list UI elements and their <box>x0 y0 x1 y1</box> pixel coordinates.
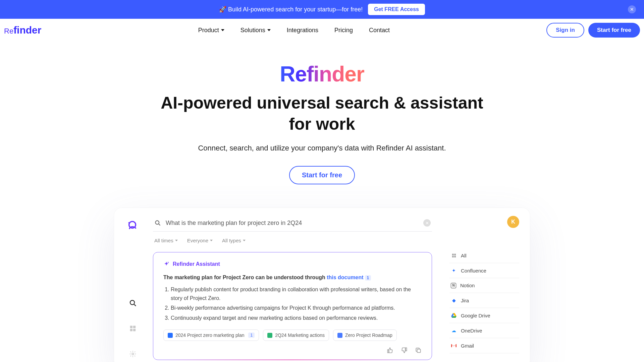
caret-down-icon <box>175 240 178 241</box>
right-column: K All ✦Confluence NNotion ◆Jira Google D… <box>441 216 522 360</box>
svg-line-2 <box>134 304 136 306</box>
banner-cta-button[interactable]: Get FREE Access <box>368 4 425 15</box>
app-preview: ✕ All times Everyone All types Refinder … <box>114 208 530 362</box>
rail-apps-icon[interactable] <box>127 322 139 335</box>
confluence-icon <box>168 333 173 338</box>
svg-rect-6 <box>133 329 136 331</box>
source-label: All <box>461 253 467 258</box>
copy-icon[interactable] <box>415 347 422 354</box>
source-item-jira[interactable]: ◆Jira <box>449 293 519 308</box>
banner-text: 🚀 Build AI-powered search for your start… <box>219 6 363 13</box>
chip-label: 2Q24 Marketing actions <box>275 333 325 338</box>
banner-close-button[interactable]: ✕ <box>628 5 636 13</box>
source-label: Confluence <box>461 268 486 274</box>
start-free-button[interactable]: Start for free <box>588 23 640 38</box>
svg-point-7 <box>132 353 134 355</box>
signin-button[interactable]: Sign in <box>546 23 584 38</box>
reference-chips: 2024 Project zero marketing plan1 2Q24 M… <box>163 329 422 341</box>
filter-time[interactable]: All times <box>154 238 178 243</box>
top-banner: 🚀 Build AI-powered search for your start… <box>0 0 644 19</box>
caret-down-icon <box>210 240 213 241</box>
source-item-notion[interactable]: NNotion <box>449 278 519 293</box>
filter-people[interactable]: Everyone <box>187 238 213 243</box>
nav-item-product[interactable]: Product <box>198 27 224 34</box>
reference-chip[interactable]: 2024 Project zero marketing plan1 <box>163 329 259 341</box>
hero-brand: Refinder <box>280 62 364 86</box>
thumbs-down-icon[interactable] <box>401 347 408 354</box>
svg-point-8 <box>155 221 159 224</box>
assistant-point: Regularly publish content for product br… <box>171 285 422 302</box>
filter-label: All times <box>154 238 173 243</box>
nav-item-label: Product <box>198 27 219 34</box>
hero-cta-button[interactable]: Start for free <box>289 166 355 184</box>
source-item-gdrive[interactable]: Google Drive <box>449 308 519 323</box>
nav-item-label: Contact <box>369 27 390 34</box>
svg-line-9 <box>159 224 160 225</box>
hero-subtitle: Connect, search, and utilize your compan… <box>0 144 644 153</box>
svg-rect-14 <box>452 256 453 257</box>
rail-logo-icon[interactable] <box>127 219 139 231</box>
hero-title-line1: AI-powered universal search & assistant <box>161 94 483 112</box>
sheets-icon <box>267 333 272 338</box>
notion-icon: N <box>451 283 456 288</box>
svg-rect-11 <box>417 349 421 353</box>
top-nav: Refinder Product Solutions Integrations … <box>0 19 644 42</box>
nav-item-integrations[interactable]: Integrations <box>287 27 318 34</box>
clear-search-button[interactable]: ✕ <box>423 219 431 227</box>
reference-chip[interactable]: Zero Project Roadmap <box>333 329 397 341</box>
sparkle-icon <box>163 261 169 267</box>
source-item-gmail[interactable]: Gmail <box>449 338 519 353</box>
gdrive-icon <box>451 312 457 318</box>
svg-rect-13 <box>454 253 456 255</box>
nav-item-pricing[interactable]: Pricing <box>334 27 353 34</box>
search-icon <box>154 220 161 226</box>
onedrive-icon: ☁ <box>451 327 457 334</box>
gmail-icon <box>451 343 457 349</box>
citation-badge[interactable]: 1 <box>365 275 371 281</box>
assistant-lead-text: The marketing plan for Project Zero can … <box>163 275 327 280</box>
search-bar: ✕ <box>153 216 432 232</box>
rail-settings-icon[interactable] <box>127 348 139 360</box>
hero-title-line2: for work <box>289 115 355 133</box>
assistant-point: Continuously expand target and new marke… <box>171 314 422 322</box>
logo-finder: finder <box>13 24 41 36</box>
svg-rect-4 <box>133 326 136 328</box>
close-icon: ✕ <box>425 221 429 226</box>
search-input[interactable] <box>166 220 419 227</box>
nav-item-solutions[interactable]: Solutions <box>240 27 271 34</box>
card-actions <box>163 347 422 354</box>
assistant-lead: The marketing plan for Project Zero can … <box>163 275 422 281</box>
filter-type[interactable]: All types <box>222 238 246 243</box>
svg-point-10 <box>168 262 169 263</box>
user-avatar[interactable]: K <box>507 216 519 228</box>
hero-section: Refinder AI-powered universal search & a… <box>0 42 644 184</box>
jira-icon: ◆ <box>451 297 457 303</box>
filter-label: All types <box>222 238 241 243</box>
filter-row: All times Everyone All types <box>153 232 432 252</box>
source-item-all[interactable]: All <box>449 248 519 263</box>
close-icon: ✕ <box>630 7 634 12</box>
source-label: Gmail <box>461 343 474 349</box>
thumbs-up-icon[interactable] <box>387 347 393 354</box>
reference-chip[interactable]: 2Q24 Marketing actions <box>263 329 329 341</box>
chip-badge: 1 <box>248 333 255 338</box>
nav-links: Product Solutions Integrations Pricing C… <box>41 27 546 34</box>
rail-search-icon[interactable] <box>127 297 139 309</box>
nav-actions: Sign in Start for free <box>546 23 640 38</box>
source-item-confluence[interactable]: ✦Confluence <box>449 263 519 278</box>
assistant-header: Refinder Assistant <box>163 261 422 267</box>
source-item-onedrive[interactable]: ☁OneDrive <box>449 323 519 338</box>
nav-item-contact[interactable]: Contact <box>369 27 390 34</box>
logo[interactable]: Refinder <box>4 24 41 36</box>
assistant-title: Refinder Assistant <box>173 261 220 267</box>
doc-icon <box>337 333 342 338</box>
filter-label: Everyone <box>187 238 208 243</box>
chip-label: Zero Project Roadmap <box>345 333 392 338</box>
logo-re: Re <box>4 27 13 35</box>
caret-down-icon <box>267 29 271 31</box>
source-label: Notion <box>460 283 475 288</box>
source-label: Google Drive <box>461 313 490 318</box>
hero-title: AI-powered universal search & assistant … <box>0 93 644 134</box>
assistant-points: Regularly publish content for product br… <box>163 285 422 322</box>
assistant-lead-link[interactable]: this document <box>327 275 363 280</box>
